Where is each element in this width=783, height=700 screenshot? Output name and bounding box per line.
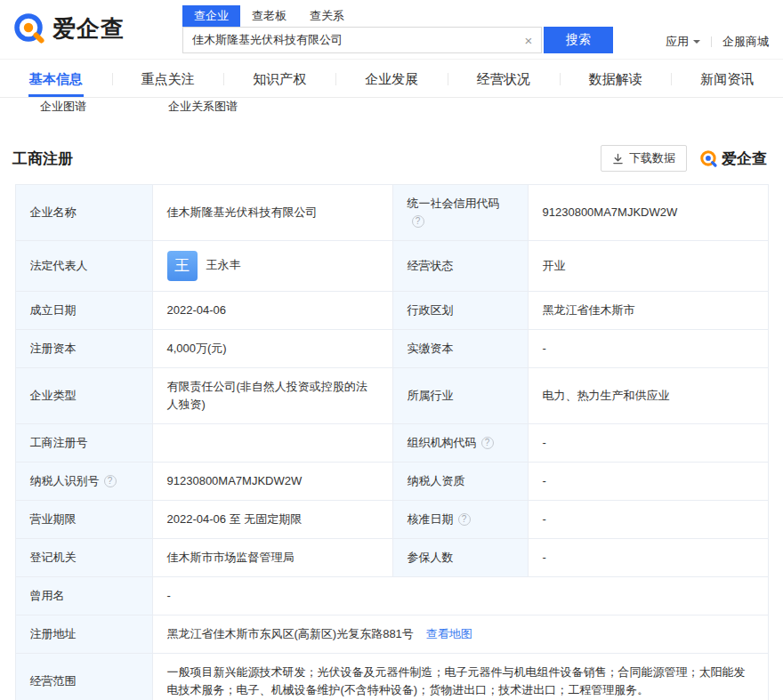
help-icon[interactable]: ? (481, 437, 494, 449)
field-value-text: - (543, 512, 546, 526)
field-value: 开业 (528, 241, 768, 292)
field-value-text: 91230800MA7MJKDW2W (543, 205, 678, 219)
field-value: 一般项目新兴能源技术研发；光伏设备及元器件制造；电子元器件与机电组件设备销售；合… (152, 654, 768, 700)
nav-tab[interactable]: 企业发展 (335, 60, 448, 97)
table-row: 营业期限2022-04-06 至 无固定期限核准日期?- (15, 501, 768, 539)
field-label: 企业名称 (15, 185, 152, 241)
field-value-text: 佳木斯市市场监督管理局 (167, 551, 295, 564)
field-label: 营业期限 (15, 501, 152, 539)
aiqicha-watermark-icon (699, 149, 718, 168)
search-button[interactable]: 搜索 (544, 27, 613, 53)
field-label-text: 企业类型 (30, 389, 77, 402)
field-value: 黑龙江省佳木斯市东风区(高新区)光复东路881号查看地图 (152, 616, 768, 654)
registration-table-body: 企业名称佳木斯隆基光伏科技有限公司统一社会信用代码?91230800MA7MJK… (15, 185, 768, 700)
field-value-text: 2022-04-06 至 无固定期限 (167, 512, 303, 526)
help-icon[interactable]: ? (104, 475, 117, 487)
field-label: 经营状态 (392, 241, 528, 292)
field-value-text: - (543, 474, 546, 487)
nav-tab[interactable]: 重点关注 (112, 60, 224, 97)
sub-nav-item[interactable]: 企业关系图谱 (168, 98, 238, 111)
field-label-text: 注册资本 (30, 342, 77, 355)
field-value: 91230800MA7MJKDW2W (528, 185, 768, 241)
legal-rep-name[interactable]: 王永丰 (206, 258, 241, 271)
field-value-text: 黑龙江省佳木斯市东风区(高新区)光复东路881号 (167, 627, 414, 640)
help-icon[interactable]: ? (458, 513, 471, 526)
field-value: 2022-04-06 至 无固定期限 (152, 501, 392, 539)
field-value: 91230800MA7MJKDW2W (152, 463, 392, 501)
field-label: 参保人数 (392, 539, 528, 577)
field-value: 王王永丰 (152, 241, 392, 292)
service-mall-link[interactable]: 企服商城 (722, 34, 769, 50)
field-label: 注册地址 (15, 616, 152, 654)
field-value-text: 一般项目新兴能源技术研发；光伏设备及元器件制造；电子元器件与机电组件设备销售；合… (167, 665, 746, 696)
search-scope-tab[interactable]: 查关系 (298, 5, 356, 27)
search-scope-tab[interactable]: 查企业 (182, 5, 240, 27)
field-value: 佳木斯隆基光伏科技有限公司 (152, 185, 392, 241)
field-label: 纳税人识别号? (15, 463, 152, 501)
field-value: 有限责任公司(非自然人投资或控股的法人独资) (152, 368, 392, 424)
field-value: - (528, 330, 768, 368)
field-label: 工商注册号 (15, 424, 152, 463)
table-row: 企业名称佳木斯隆基光伏科技有限公司统一社会信用代码?91230800MA7MJK… (15, 185, 768, 241)
field-value: 2022-04-06 (152, 292, 392, 330)
brand-name: 爱企查 (52, 13, 125, 44)
search-tabs: 查企业查老板查关系 (182, 5, 613, 27)
table-row: 工商注册号组织机构代码?- (15, 424, 768, 463)
apps-menu[interactable]: 应用 (666, 34, 700, 50)
field-label-text: 组织机构代码 (408, 436, 477, 449)
table-row: 法定代表人王王永丰经营状态开业 (15, 241, 768, 292)
help-icon[interactable]: ? (412, 215, 424, 228)
nav-tab[interactable]: 基本信息 (0, 60, 112, 97)
sub-nav-item[interactable]: 企业图谱 (40, 98, 86, 111)
field-value: - (528, 539, 768, 577)
field-value: 佳木斯市市场监督管理局 (152, 539, 392, 577)
download-data-button[interactable]: 下载数据 (601, 145, 687, 172)
clear-search-icon[interactable]: × (516, 33, 541, 48)
field-label-text: 注册地址 (30, 627, 77, 640)
field-value-text: 黑龙江省佳木斯市 (543, 303, 635, 317)
table-row: 经营范围一般项目新兴能源技术研发；光伏设备及元器件制造；电子元器件与机电组件设备… (15, 654, 768, 700)
view-map-link[interactable]: 查看地图 (426, 627, 472, 640)
search-input[interactable] (183, 28, 516, 52)
field-label-text: 实缴资本 (408, 342, 454, 355)
main-nav: 基本信息重点关注知识产权企业发展经营状况数据解读新闻资讯 (0, 59, 783, 98)
nav-tab[interactable]: 知识产权 (223, 60, 335, 97)
nav-tab[interactable]: 数据解读 (560, 60, 672, 97)
field-value-text: - (543, 342, 546, 355)
watermark-brand-name: 爱企查 (722, 149, 767, 169)
field-value (152, 424, 392, 463)
field-label: 所属行业 (392, 368, 528, 424)
nav-tab[interactable]: 经营状况 (448, 60, 560, 97)
vertical-divider (711, 36, 712, 47)
field-label: 注册资本 (15, 330, 152, 368)
table-row: 登记机关佳木斯市市场监督管理局参保人数- (15, 539, 768, 577)
field-label-text: 企业名称 (30, 205, 77, 219)
field-label-text: 统一社会信用代码 (408, 197, 500, 210)
search-scope-tab[interactable]: 查老板 (240, 5, 298, 27)
legal-rep-avatar: 王 (167, 251, 198, 281)
field-value: - (528, 424, 768, 463)
aiqicha-logo[interactable]: 爱企查 (12, 12, 125, 45)
field-label-text: 营业期限 (30, 512, 77, 526)
field-value-text: - (167, 589, 171, 602)
field-value-text: 4,000万(元) (167, 342, 227, 355)
field-label-text: 登记机关 (30, 551, 77, 564)
field-value-text: 佳木斯隆基光伏科技有限公司 (167, 205, 318, 219)
field-value: 黑龙江省佳木斯市 (528, 292, 768, 330)
field-label-text: 曾用名 (30, 589, 65, 602)
field-value-text: - (543, 551, 546, 564)
registration-table: 企业名称佳木斯隆基光伏科技有限公司统一社会信用代码?91230800MA7MJK… (15, 184, 769, 700)
aiqicha-logo-icon (12, 12, 46, 45)
field-label: 登记机关 (15, 539, 152, 577)
search-area: 查企业查老板查关系 × 搜索 (182, 5, 613, 53)
field-value: - (528, 501, 768, 539)
field-label-text: 所属行业 (408, 389, 454, 402)
search-box: × (182, 27, 542, 53)
field-value-text: - (543, 436, 546, 449)
search-row: × 搜索 (182, 27, 613, 53)
field-value: - (528, 463, 768, 501)
table-row: 注册地址黑龙江省佳木斯市东风区(高新区)光复东路881号查看地图 (15, 616, 768, 654)
nav-tab[interactable]: 新闻资讯 (671, 60, 783, 97)
field-value-text: 91230800MA7MJKDW2W (167, 474, 303, 487)
table-row: 注册资本4,000万(元)实缴资本- (15, 330, 768, 368)
